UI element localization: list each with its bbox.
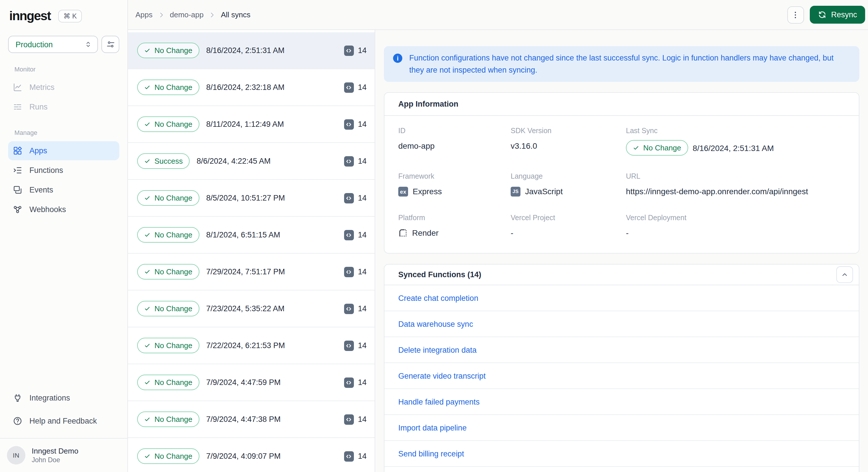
sync-list-item[interactable]: No Change8/11/2024, 1:12:49 AM14 [128, 106, 375, 143]
sync-list-item[interactable]: No Change8/1/2024, 6:51:15 AM14 [128, 217, 375, 254]
code-icon [344, 266, 354, 277]
function-count: 14 [344, 304, 367, 314]
status-badge: No Change [137, 227, 199, 243]
sidebar-spacer [0, 220, 127, 388]
code-brackets-icon [346, 453, 352, 459]
header-actions: Resync [787, 6, 865, 24]
check-icon [144, 269, 150, 275]
sync-list-item[interactable]: No Change8/16/2024, 2:51:31 AM14 [128, 32, 375, 69]
sync-timestamp: 7/9/2024, 4:47:59 PM [206, 378, 281, 387]
function-link-import-data-pipeline[interactable]: Import data pipeline [398, 423, 467, 432]
function-count-value: 14 [358, 415, 367, 423]
function-link-send-billing-receipt[interactable]: Send billing receipt [398, 449, 464, 458]
sync-list-item[interactable]: No Change7/9/2024, 4:09:07 PM14 [128, 438, 375, 472]
sidebar-item-apps[interactable]: Apps [8, 141, 119, 160]
status-badge: No Change [137, 117, 199, 132]
check-icon [633, 145, 639, 151]
status-badge-label: No Change [154, 415, 192, 423]
status-badge: No Change [137, 43, 199, 58]
user-menu[interactable]: IN Inngest Demo John Doe [0, 439, 127, 472]
status-badge: No Change [137, 375, 199, 390]
function-link-generate-video-transcript[interactable]: Generate video transcript [398, 371, 486, 380]
sync-list-item[interactable]: No Change7/23/2024, 5:35:22 AM14 [128, 290, 375, 327]
field-value: JSJavaScript [510, 186, 626, 197]
function-link-data-warehouse-sync[interactable]: Data warehouse sync [398, 320, 473, 328]
sync-timestamp: 7/29/2024, 7:51:17 PM [206, 268, 285, 276]
collapse-functions-button[interactable] [836, 266, 853, 283]
breadcrumb-item-demo-app[interactable]: demo-app [170, 10, 204, 19]
field-label: URL [626, 172, 845, 180]
nav-section-label-monitor: Monitor [8, 66, 119, 73]
resync-button[interactable]: Resync [810, 6, 865, 24]
code-icon [344, 304, 354, 314]
function-count: 14 [344, 230, 367, 240]
status-badge-label: Success [154, 157, 183, 165]
environment-selector[interactable]: Production [8, 36, 98, 53]
sidebar-item-functions[interactable]: Functions [8, 161, 119, 180]
function-link-create-chat-completion[interactable]: Create chat completion [398, 294, 478, 302]
function-row: Create chat completion [384, 285, 859, 311]
sync-timestamp: 7/23/2024, 5:35:22 AM [206, 304, 285, 313]
app-info-field-id: IDdemo-app [398, 127, 510, 156]
sync-list-item[interactable]: No Change8/5/2024, 10:51:27 PM14 [128, 180, 375, 217]
sidebar-header: inngest ⌘ K [0, 0, 127, 24]
sync-list-item[interactable]: No Change7/22/2024, 6:21:53 PM14 [128, 327, 375, 364]
sidebar-item-events[interactable]: Events [8, 180, 119, 199]
info-banner-text: Function configurations have not changed… [409, 52, 839, 76]
field-value: https://inngest-demo-app.onrender.com/ap… [626, 186, 845, 197]
sidebar-item-webhooks[interactable]: Webhooks [8, 200, 119, 219]
app-info-field-last-sync: Last SyncNo Change8/16/2024, 2:51:31 AM [626, 127, 845, 156]
function-count: 14 [344, 119, 367, 129]
avatar: IN [7, 446, 25, 465]
function-row: Delete integration data [384, 337, 859, 363]
sidebar-item-integrations[interactable]: Integrations [8, 388, 119, 407]
more-actions-button[interactable] [787, 6, 804, 23]
sync-list-item[interactable]: Success8/6/2024, 4:22:45 AM14 [128, 143, 375, 180]
field-label: Vercel Deployment [626, 214, 845, 222]
code-brackets-icon [346, 416, 352, 422]
code-brackets-icon [346, 232, 352, 238]
app-information-card: App Information IDdemo-appSDK Versionv3.… [384, 92, 859, 254]
code-brackets-icon [346, 85, 352, 90]
function-count-value: 14 [358, 194, 367, 202]
breadcrumb-chevron-icon [209, 11, 216, 18]
code-brackets-icon [346, 121, 352, 127]
sidebar-item-label: Webhooks [29, 205, 66, 214]
environment-value: Production [16, 40, 53, 49]
function-count-value: 14 [358, 83, 367, 92]
sidebar-item-label: Runs [29, 102, 48, 111]
sidebar-item-runs[interactable]: Runs [8, 97, 119, 117]
sync-list-item[interactable]: No Change7/9/2024, 4:47:59 PM14 [128, 364, 375, 401]
metrics-icon [13, 83, 23, 92]
environment-filter-button[interactable] [101, 36, 119, 53]
sidebar-item-label: Integrations [29, 394, 70, 402]
code-icon [344, 230, 354, 240]
chevron-up-icon [841, 271, 848, 278]
app-info-field-language: LanguageJSJavaScript [510, 172, 626, 197]
sidebar-item-metrics[interactable]: Metrics [8, 78, 119, 97]
status-badge: No Change [626, 140, 688, 156]
function-count-value: 14 [358, 230, 367, 239]
sidebar-item-label: Help and Feedback [29, 417, 97, 425]
function-count-value: 14 [358, 120, 367, 128]
field-label: Last Sync [626, 127, 845, 135]
function-link-handle-failed-payments[interactable]: Handle failed payments [398, 397, 479, 406]
user-name: John Doe [32, 456, 79, 464]
sync-list-item[interactable]: No Change8/16/2024, 2:32:18 AM14 [128, 69, 375, 106]
express-logo-icon: ex [398, 186, 408, 196]
sidebar-item-help-and-feedback[interactable]: Help and Feedback [8, 411, 119, 431]
code-brackets-icon [346, 48, 352, 53]
function-row: Data warehouse sync [384, 311, 859, 337]
breadcrumb-item-all-syncs: All syncs [221, 10, 250, 19]
command-k-shortcut[interactable]: ⌘ K [58, 10, 82, 23]
code-brackets-icon [346, 269, 352, 275]
field-value-text: v3.16.0 [510, 141, 537, 150]
status-badge: No Change [137, 190, 199, 206]
field-value: exExpress [398, 186, 510, 197]
function-link-delete-integration-data[interactable]: Delete integration data [398, 346, 477, 354]
sync-list-item[interactable]: No Change7/9/2024, 4:47:38 PM14 [128, 401, 375, 438]
render-logo-icon [398, 228, 407, 238]
sync-list-item[interactable]: No Change7/29/2024, 7:51:17 PM14 [128, 254, 375, 290]
field-value-text: Render [412, 228, 439, 238]
breadcrumb-item-apps[interactable]: Apps [135, 10, 152, 19]
